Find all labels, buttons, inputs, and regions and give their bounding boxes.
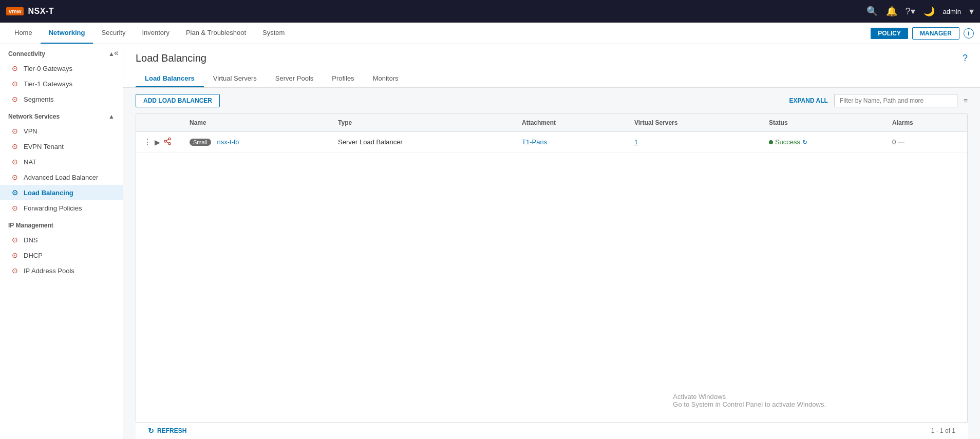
nat-icon: ⊙ xyxy=(10,158,20,166)
nav-home[interactable]: Home xyxy=(6,23,41,44)
dns-icon: ⊙ xyxy=(10,236,20,244)
col-attachment: Attachment xyxy=(515,114,627,132)
filter-input[interactable] xyxy=(834,94,957,107)
nav-plan-troubleshoot[interactable]: Plan & Troubleshoot xyxy=(178,23,254,44)
sidebar-item-segments[interactable]: ⊙ Segments xyxy=(0,91,123,107)
app-title: NSX-T xyxy=(28,7,54,16)
row-more-actions-icon[interactable]: ⋮ xyxy=(143,137,152,147)
toolbar-left: ADD LOAD BALANCER xyxy=(136,94,220,107)
vpn-icon: ⊙ xyxy=(10,127,20,135)
table-footer: ↻ REFRESH 1 - 1 of 1 xyxy=(136,423,968,439)
table-header-row: Name Type Attachment Virtual Servers Sta… xyxy=(136,114,967,132)
main-nav-right: POLICY MANAGER i xyxy=(871,23,974,44)
col-type: Type xyxy=(331,114,515,132)
sidebar-section-connectivity: Connectivity ▲ xyxy=(0,44,123,61)
sidebar-item-forwarding-policies[interactable]: ⊙ Forwarding Policies xyxy=(0,200,123,216)
segments-icon: ⊙ xyxy=(10,95,20,103)
svg-point-0 xyxy=(168,138,171,140)
row-alarms-cell: 0 — xyxy=(885,132,967,152)
table-row: ⋮ ▶ xyxy=(136,132,967,152)
sidebar-section-ip-management: IP Management xyxy=(0,216,123,232)
refresh-button[interactable]: ↻ REFRESH xyxy=(148,427,186,435)
tab-server-pools[interactable]: Server Pools xyxy=(266,70,323,87)
page-title: Load Balancing xyxy=(136,52,206,64)
sidebar-section-network-services: Network Services ▲ xyxy=(0,107,123,123)
expand-all-button[interactable]: EXPAND ALL xyxy=(789,97,827,104)
status-cell: Success ↻ xyxy=(769,138,878,146)
name-cell: Small nsx-t-lb xyxy=(190,138,324,146)
policy-button[interactable]: POLICY xyxy=(871,28,908,39)
sidebar-item-dns[interactable]: ⊙ DNS xyxy=(0,232,123,247)
sidebar-item-nat[interactable]: ⊙ NAT xyxy=(0,154,123,169)
dhcp-label: DHCP xyxy=(24,252,43,259)
sidebar-item-evpn[interactable]: ⊙ EVPN Tenant xyxy=(0,139,123,154)
status-text: Success xyxy=(775,138,800,146)
manager-button[interactable]: MANAGER xyxy=(912,27,959,40)
row-type-cell: Server Load Balancer xyxy=(331,132,515,152)
ip-pools-label: IP Address Pools xyxy=(24,267,74,275)
top-bar-left: vmw NSX-T xyxy=(6,7,54,16)
tier0-icon: ⊙ xyxy=(10,64,20,72)
sidebar-item-load-balancing[interactable]: ⊙ Load Balancing xyxy=(0,185,123,200)
col-name: Name xyxy=(182,114,331,132)
info-icon[interactable]: i xyxy=(964,28,974,39)
row-share-icon[interactable] xyxy=(163,137,172,147)
tab-virtual-servers[interactable]: Virtual Servers xyxy=(204,70,266,87)
nav-inventory[interactable]: Inventory xyxy=(134,23,177,44)
ip-management-label: IP Management xyxy=(8,222,53,229)
col-status: Status xyxy=(762,114,885,132)
connectivity-label: Connectivity xyxy=(8,50,45,58)
refresh-label: REFRESH xyxy=(157,427,186,434)
virtual-servers-link[interactable]: 1 xyxy=(634,138,638,146)
admin-label[interactable]: admin xyxy=(943,8,961,15)
vpn-label: VPN xyxy=(24,127,37,135)
filter-icon[interactable]: ≡ xyxy=(964,97,968,105)
content-header: Load Balancing ? Load Balancers Virtual … xyxy=(123,44,980,88)
table-container: Name Type Attachment Virtual Servers Sta… xyxy=(136,113,968,423)
tier0-label: Tier-0 Gateways xyxy=(24,65,72,72)
row-virtual-servers-cell: 1 xyxy=(627,132,762,152)
svg-line-3 xyxy=(166,142,169,143)
row-actions: ⋮ ▶ xyxy=(143,137,175,147)
sidebar-item-advanced-lb[interactable]: ⊙ Advanced Load Balancer xyxy=(0,169,123,185)
tab-profiles[interactable]: Profiles xyxy=(323,70,363,87)
bell-icon[interactable]: 🔔 xyxy=(886,6,897,17)
sidebar-item-tier0-gateways[interactable]: ⊙ Tier-0 Gateways xyxy=(0,61,123,76)
nav-security[interactable]: Security xyxy=(93,23,134,44)
nav-system[interactable]: System xyxy=(254,23,293,44)
refresh-icon: ↻ xyxy=(148,427,154,435)
tier1-icon: ⊙ xyxy=(10,80,20,88)
col-actions xyxy=(136,114,182,132)
page-help-icon[interactable]: ? xyxy=(963,53,968,64)
sidebar-item-tier1-gateways[interactable]: ⊙ Tier-1 Gateways xyxy=(0,76,123,91)
page-title-bar: Load Balancing ? xyxy=(136,52,968,64)
adv-lb-icon: ⊙ xyxy=(10,173,20,181)
add-load-balancer-button[interactable]: ADD LOAD BALANCER xyxy=(136,94,220,107)
row-expand-icon[interactable]: ▶ xyxy=(155,138,160,146)
tabs: Load Balancers Virtual Servers Server Po… xyxy=(136,70,968,87)
sidebar-item-vpn[interactable]: ⊙ VPN xyxy=(0,123,123,139)
segments-label: Segments xyxy=(24,96,54,103)
row-name-cell: Small nsx-t-lb xyxy=(182,132,331,152)
top-bar-right: 🔍 🔔 ?▾ 🌙 admin ▾ xyxy=(866,6,974,17)
search-icon[interactable]: 🔍 xyxy=(866,6,878,17)
nav-networking[interactable]: Networking xyxy=(41,23,93,44)
tab-monitors[interactable]: Monitors xyxy=(364,70,408,87)
admin-chevron-icon[interactable]: ▾ xyxy=(969,6,974,17)
network-services-toggle[interactable]: ▲ xyxy=(108,113,115,120)
sidebar-collapse-button[interactable]: « xyxy=(114,48,119,58)
lb-name[interactable]: nsx-t-lb xyxy=(217,138,239,146)
lb-icon: ⊙ xyxy=(10,188,20,197)
help-icon[interactable]: ?▾ xyxy=(906,6,915,17)
top-bar: vmw NSX-T 🔍 🔔 ?▾ 🌙 admin ▾ xyxy=(0,0,980,23)
tab-load-balancers[interactable]: Load Balancers xyxy=(136,70,204,87)
toolbar: ADD LOAD BALANCER EXPAND ALL ≡ xyxy=(123,88,980,113)
sidebar-item-dhcp[interactable]: ⊙ DHCP xyxy=(0,247,123,263)
moon-icon[interactable]: 🌙 xyxy=(924,6,935,17)
sidebar-item-ip-address-pools[interactable]: ⊙ IP Address Pools xyxy=(0,263,123,278)
app-body: « Connectivity ▲ ⊙ Tier-0 Gateways ⊙ Tie… xyxy=(0,44,980,439)
vmw-logo: vmw xyxy=(6,7,24,15)
status-refresh-icon[interactable]: ↻ xyxy=(802,139,807,146)
alarms-dash: — xyxy=(898,138,904,146)
sidebar: « Connectivity ▲ ⊙ Tier-0 Gateways ⊙ Tie… xyxy=(0,44,123,439)
